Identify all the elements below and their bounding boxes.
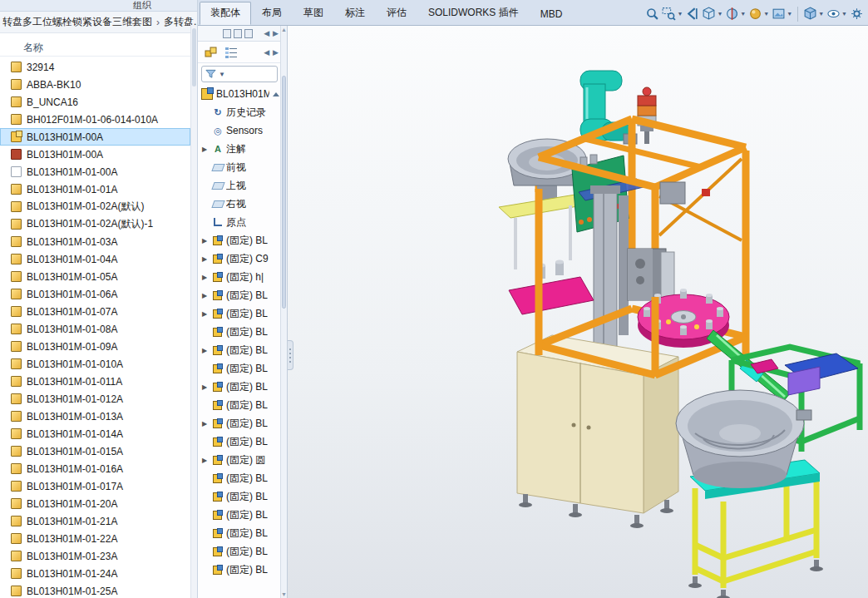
tree-item[interactable]: ▶ (固定) h| [198,268,281,286]
tree-item[interactable]: ▶ (固定) BL [198,542,281,561]
command-tab[interactable]: 草图 [293,2,334,25]
tree-item[interactable]: ▶ 右视 [198,195,281,213]
panel-splitter-handle[interactable] [288,340,293,370]
file-row[interactable]: BL013H01M-01-07A [0,303,190,320]
file-row[interactable]: BL013H01M-01-06A [0,285,190,303]
expand-arrow-icon[interactable]: ▶ [202,292,210,299]
tree-item[interactable]: ▶ Sensors [198,121,281,140]
expand-arrow-icon[interactable]: ▶ [202,146,210,153]
command-tab[interactable]: 布局 [251,2,293,25]
scene-icon[interactable]: ▼ [771,5,793,22]
tree-item[interactable]: ▶ (固定) 圆 [198,451,281,469]
model-plate-pink[interactable] [509,260,594,315]
expand-arrow-icon[interactable]: ▶ [202,274,210,281]
assembly-tree-icon[interactable] [205,46,218,59]
tree-item[interactable]: ▶ (固定) BL [198,378,281,396]
expand-arrow-icon[interactable]: ▶ [202,347,210,354]
feature-tree-scrollbar[interactable]: ▲ ▼ [280,26,287,598]
file-row[interactable]: BL013H01M-01-25A [0,582,190,598]
file-row[interactable]: BL013H01M-01-01A [0,180,190,198]
file-row[interactable]: BL013H01M-01-21A [0,512,190,530]
command-tab[interactable]: MBD [530,4,574,25]
tree-item[interactable]: ▶ 原点 [198,213,281,231]
breadcrumb-folder[interactable]: 转盘多工位螺栓锁紧设备三维套图 [2,15,152,29]
tree-item[interactable]: ▶ (固定) BL [198,561,281,579]
file-row[interactable]: BL013H01M-01-22A [0,530,190,547]
display-style-icon[interactable]: ▼ [802,5,825,22]
view-settings-icon[interactable] [849,5,865,22]
tree-item[interactable]: ▶ 注解 [198,140,281,158]
tree-item[interactable]: ▶ (固定) BL [198,286,281,304]
file-row[interactable]: BL013H01M-01-00A [0,163,190,180]
collapse-chevron-icon[interactable] [273,92,279,96]
hide-show-icon[interactable]: ▼ [826,5,848,22]
expand-arrow-icon[interactable]: ▶ [202,237,210,245]
file-row[interactable]: BL013H01M-01-013A [0,408,190,425]
tree-filter-box[interactable]: ▼ [201,66,278,82]
configurationmanager-tab-icon[interactable] [244,29,253,38]
command-tab[interactable]: SOLIDWORKS 插件 [417,2,530,25]
tree-item[interactable]: ▶ (固定) C9 [198,250,281,268]
tree-root-node[interactable]: BL013H01M- [198,85,281,103]
file-row[interactable]: BL013H01M-01-03A [0,233,190,250]
explorer-scrollbar-thumb[interactable] [192,28,196,86]
file-row[interactable]: BL013H01M-01-02A(默认)-1 [0,215,190,233]
file-row[interactable]: B_UNCA16 [0,93,190,111]
tree-item[interactable]: ▶ (固定) BL [198,304,281,323]
file-row[interactable]: ABBA-BK10 [0,76,190,93]
file-row[interactable]: BL013H01M-00A [0,128,190,146]
appearance-icon[interactable]: ▼ [747,5,770,22]
zoom-area-icon[interactable]: ▼ [661,5,683,22]
tree-item[interactable]: ▶ 上视 [198,176,281,195]
tree-item[interactable]: ▶ 历史记录 [198,103,281,121]
previous-view-icon[interactable] [684,5,700,22]
file-row[interactable]: BL013H01M-01-02A(默认) [0,198,190,215]
section-view-icon[interactable]: ▼ [724,5,747,22]
tree-item[interactable]: ▶ (固定) BL [198,506,281,524]
assembly-3d-model[interactable] [288,26,868,598]
tree-item[interactable]: ▶ (固定) BL [198,231,281,250]
expand-arrow-icon[interactable]: ▶ [202,255,210,263]
file-row[interactable]: BL013H01M-01-08A [0,320,190,338]
tree-item[interactable]: ▶ (固定) BL [198,432,281,451]
tree-item[interactable]: ▶ (固定) BL [198,487,281,506]
expand-arrow-icon[interactable]: ▶ [202,457,210,464]
file-row[interactable]: BL013H01M-01-015A [0,442,190,460]
command-tab[interactable]: 标注 [334,2,376,25]
zoom-fit-icon[interactable] [644,5,660,22]
file-row[interactable]: BL013H01M-01-010A [0,355,190,373]
explorer-scrollbar[interactable] [190,25,197,598]
command-tab[interactable]: 评估 [376,2,417,25]
organize-menu[interactable]: 组织 [133,0,151,10]
tree-item[interactable]: ▶ (固定) BL [198,469,281,487]
display-pane-icon[interactable] [224,47,238,58]
tree-item[interactable]: ▶ (固定) BL [198,524,281,542]
tree-item[interactable]: ▶ (固定) BL [198,359,281,378]
tree-item[interactable]: ▶ (固定) BL [198,323,281,341]
file-row[interactable]: BL013H01M-01-09A [0,338,190,355]
scroll-up-icon[interactable]: ▲ [281,27,287,32]
file-row[interactable]: BL013H01M-01-24A [0,565,190,582]
file-row[interactable]: 32914 [0,58,190,76]
file-row[interactable]: BL013H01M-01-014A [0,425,190,442]
panel-scroll-left-icon[interactable]: ◀ [264,48,269,57]
file-row[interactable]: BL013H01M-01-23A [0,547,190,565]
file-row[interactable]: BL013H01M-01-20A [0,495,190,512]
expand-arrow-icon[interactable]: ▶ [202,420,210,427]
view-orientation-icon[interactable]: ▼ [701,5,723,22]
file-row[interactable]: BH012F01M-01-06-014-010A [0,111,190,128]
file-row[interactable]: BL013H01M-01-012A [0,390,190,408]
file-row[interactable]: BL013H01M-00A [0,146,190,163]
file-row[interactable]: BL013H01M-01-016A [0,460,190,477]
file-row[interactable]: BL013H01M-01-05A [0,268,190,285]
file-row[interactable]: BL013H01M-01-011A [0,373,190,390]
file-row[interactable]: BL013H01M-01-04A [0,250,190,268]
expand-arrow-icon[interactable]: ▶ [202,383,210,391]
tree-item[interactable]: ▶ 前视 [198,158,281,176]
model-gearbox[interactable] [628,249,674,300]
file-row[interactable]: BL013H01M-01-017A [0,477,190,495]
tree-item[interactable]: ▶ (固定) BL [198,414,281,432]
panel-scroll-right-icon[interactable]: ▶ [273,29,279,37]
featuremanager-tab-icon[interactable] [223,29,231,38]
name-column-header[interactable]: 名称 [0,40,197,57]
